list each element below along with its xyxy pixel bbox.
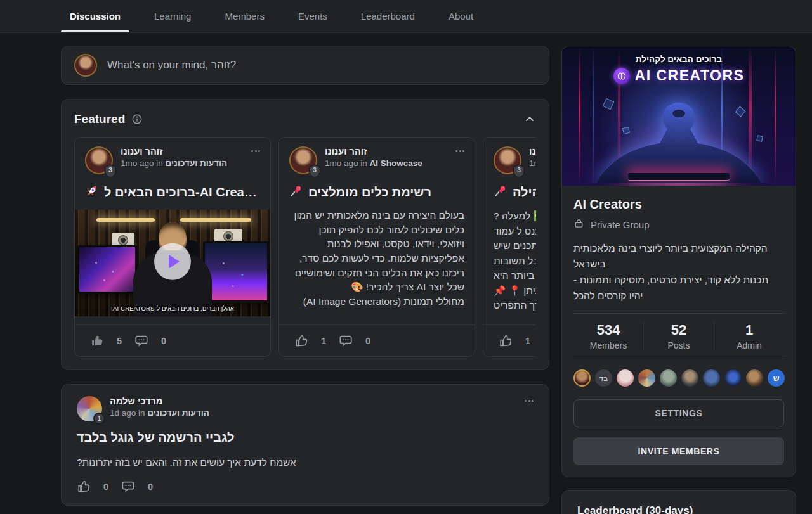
- group-info-card: ברוכים הבאים לקהילת AI CREATORS AI Creat…: [561, 46, 796, 477]
- post-meta: 1d ago in הודעות ועדכונים: [110, 408, 517, 418]
- space-link[interactable]: הודעות ועדכונים: [147, 408, 209, 418]
- video-caption: אהלן חברים, ברוכים הבאים ל-AI CREATORS!: [75, 305, 270, 312]
- invite-members-button[interactable]: INVITE MEMBERS: [573, 437, 784, 465]
- tab-learning[interactable]: Learning: [145, 0, 200, 32]
- level-badge: 1: [93, 413, 105, 425]
- stat-members[interactable]: 534 Members: [573, 322, 643, 350]
- author-avatar[interactable]: 3: [85, 146, 113, 174]
- group-description: הקהילה המקצועית ביותר ליוצרי בינה מלאכות…: [573, 240, 784, 304]
- member-avatar[interactable]: ש: [768, 369, 785, 387]
- cover-welcome-text: ברוכים הבאים לקהילת: [562, 55, 796, 64]
- author-name[interactable]: מרדכי שלמה: [110, 396, 517, 406]
- like-icon[interactable]: [90, 334, 104, 348]
- post-title[interactable]: רשימת כלים מומלצים: [289, 184, 464, 201]
- featured-cards-row[interactable]: 3 זוהר וענונו 1mo ago in הודעות ועדכונים: [74, 137, 536, 357]
- post-meta: 1mo ago in הודעות ועדכונים: [121, 158, 244, 168]
- like-icon[interactable]: [77, 480, 91, 494]
- member-avatar[interactable]: [746, 369, 763, 387]
- group-name: AI Creators: [573, 197, 784, 212]
- like-count: 1: [321, 336, 326, 346]
- featured-card-tools[interactable]: 3 זוהר וענונו 1mo ago in AI Showcase: [278, 137, 475, 357]
- studio-monitor-left: [77, 245, 137, 293]
- rocket-icon: [85, 184, 99, 201]
- lock-icon: [573, 218, 584, 231]
- member-avatar[interactable]: [638, 369, 655, 387]
- current-user-avatar: [74, 54, 97, 77]
- glowing-keyboard: [628, 173, 730, 181]
- member-avatar[interactable]: [617, 369, 634, 387]
- featured-section: Featured 3: [61, 99, 549, 370]
- post-composer-trigger[interactable]: What's on your mind, זוהר?: [61, 46, 549, 85]
- tab-leaderboard[interactable]: Leaderboard: [352, 0, 424, 32]
- comment-count: 0: [161, 336, 166, 346]
- tab-discussion[interactable]: Discussion: [61, 0, 129, 32]
- author-name[interactable]: זוהר וענונו: [529, 146, 536, 157]
- community-nav: Discussion Learning Members Events Leade…: [61, 0, 482, 32]
- like-icon[interactable]: [499, 334, 513, 348]
- author-avatar[interactable]: 1: [77, 396, 102, 421]
- member-avatar[interactable]: בד: [595, 369, 612, 387]
- privacy-label: Private Group: [591, 219, 650, 230]
- brain-icon: [613, 68, 630, 84]
- member-avatars-row[interactable]: בד ש: [573, 369, 784, 387]
- post-title[interactable]: לגביי הרשמה של גוגל בלבד: [77, 430, 534, 445]
- info-icon[interactable]: [131, 113, 143, 125]
- like-count: 1: [525, 336, 530, 346]
- post-title[interactable]: ברוכים הבאים ל-AI Creators: [85, 184, 260, 201]
- post-body: אשמח לדעת איך עושים את זה. והאם יש בזה י…: [77, 455, 534, 470]
- comment-icon[interactable]: [121, 480, 135, 494]
- comment-count: 0: [148, 482, 153, 492]
- top-nav-bar: Discussion Learning Members Events Leade…: [0, 0, 812, 33]
- more-options-icon[interactable]: [251, 146, 260, 174]
- cover-brand-text: AI CREATORS: [562, 67, 796, 84]
- member-avatar[interactable]: [703, 369, 720, 387]
- like-count: 5: [117, 336, 122, 346]
- level-badge: 3: [513, 164, 525, 178]
- level-badge: 3: [104, 164, 117, 178]
- post-body: בעולם היצירה עם בינה מלאכותית יש המון כל…: [289, 209, 464, 309]
- studio-monitor-right: [203, 241, 269, 302]
- more-options-icon[interactable]: [525, 396, 534, 421]
- comment-icon[interactable]: [134, 334, 148, 348]
- member-avatar[interactable]: [573, 369, 591, 387]
- like-icon[interactable]: [294, 334, 308, 348]
- post-meta: 1mo ago in AI Showcase: [325, 158, 448, 168]
- author-avatar[interactable]: 3: [289, 146, 317, 174]
- video-thumbnail[interactable]: אהלן חברים, ברוכים הבאים ל-AI CREATORS!: [75, 210, 270, 316]
- post-title[interactable]: קהילה: [494, 184, 536, 201]
- pushpin-icon: [289, 184, 303, 201]
- settings-button[interactable]: SETTINGS: [573, 399, 784, 427]
- tab-members[interactable]: Members: [216, 0, 273, 32]
- author-name[interactable]: זוהר וענונו: [325, 146, 448, 157]
- level-badge: 3: [308, 164, 321, 178]
- post-body: ✅ למעלה ? היכנס ל עמוד התכנים שיש קבל תש…: [494, 209, 536, 313]
- pushpin-icon: [494, 184, 508, 201]
- tab-events[interactable]: Events: [289, 0, 336, 32]
- stat-posts[interactable]: 52 Posts: [643, 322, 714, 350]
- leaderboard-title: Leaderboard (30-days): [577, 504, 780, 514]
- like-count: 0: [103, 482, 108, 492]
- chevron-up-icon[interactable]: [523, 113, 536, 125]
- more-options-icon[interactable]: [455, 146, 464, 174]
- featured-card-welcome[interactable]: 3 זוהר וענונו 1mo ago in הודעות ועדכונים: [74, 137, 271, 357]
- space-link[interactable]: הודעות ועדכונים: [166, 158, 228, 168]
- cyber-figure-illustration: [577, 88, 780, 183]
- play-icon[interactable]: [154, 243, 191, 280]
- comment-count: 0: [365, 336, 370, 346]
- tab-about[interactable]: About: [440, 0, 482, 32]
- featured-card-community-guide[interactable]: 3 זוהר וענונו 1mo ago in קהילה: [483, 137, 536, 357]
- member-avatar[interactable]: [724, 369, 742, 387]
- leaderboard-card: Leaderboard (30-days): [561, 490, 796, 514]
- group-cover-image: ברוכים הבאים לקהילת AI CREATORS: [562, 46, 796, 186]
- post-meta: 1mo ago in: [529, 158, 536, 168]
- author-avatar[interactable]: 3: [494, 146, 521, 174]
- space-link[interactable]: AI Showcase: [370, 158, 422, 168]
- author-name[interactable]: זוהר וענונו: [121, 146, 244, 157]
- comment-icon[interactable]: [339, 334, 353, 348]
- member-avatar[interactable]: [681, 369, 698, 387]
- stat-admin[interactable]: 1 Admin: [714, 322, 784, 350]
- member-avatar[interactable]: [660, 369, 677, 387]
- composer-placeholder: What's on your mind, זוהר?: [107, 59, 236, 72]
- group-stats: 534 Members 52 Posts 1 Admin: [573, 313, 784, 359]
- feed-post[interactable]: 1 מרדכי שלמה 1d ago in הודעות ועדכונים ל…: [61, 384, 549, 506]
